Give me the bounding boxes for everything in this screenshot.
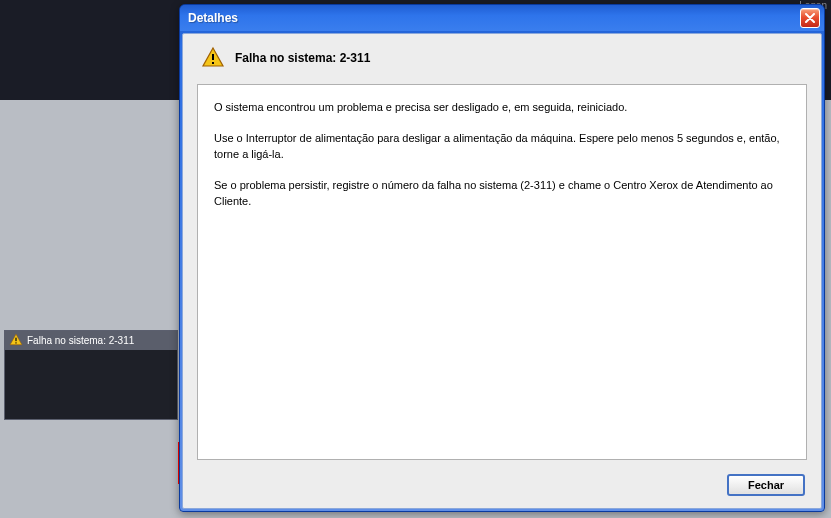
message-box: O sistema encontrou um problema e precis…	[197, 84, 807, 460]
message-paragraph-1: O sistema encontrou um problema e precis…	[214, 99, 790, 116]
dialog-footer: Fechar	[197, 474, 807, 496]
svg-rect-3	[212, 62, 214, 64]
close-icon	[805, 13, 815, 23]
dialog-window-title: Detalhes	[188, 11, 800, 25]
message-paragraph-3: Se o problema persistir, registre o núme…	[214, 177, 790, 210]
svg-rect-2	[212, 54, 214, 60]
window-close-button[interactable]	[800, 8, 820, 28]
warning-icon	[9, 333, 23, 347]
dialog-header: Falha no sistema: 2-311	[197, 46, 807, 70]
dialog-header-title: Falha no sistema: 2-311	[235, 51, 370, 65]
status-box-title: Falha no sistema: 2-311	[5, 331, 177, 349]
svg-rect-0	[15, 338, 16, 342]
warning-icon	[201, 46, 225, 70]
svg-rect-1	[15, 342, 16, 343]
close-button[interactable]: Fechar	[727, 474, 805, 496]
status-box: Falha no sistema: 2-311	[4, 330, 178, 420]
status-box-title-text: Falha no sistema: 2-311	[27, 335, 134, 346]
message-paragraph-2: Use o Interruptor de alimentação para de…	[214, 130, 790, 163]
dialog-body: Falha no sistema: 2-311 O sistema encont…	[182, 33, 822, 509]
details-dialog: Detalhes Falha no sistema: 2-311 O siste…	[179, 4, 825, 512]
dialog-titlebar[interactable]: Detalhes	[180, 5, 824, 31]
